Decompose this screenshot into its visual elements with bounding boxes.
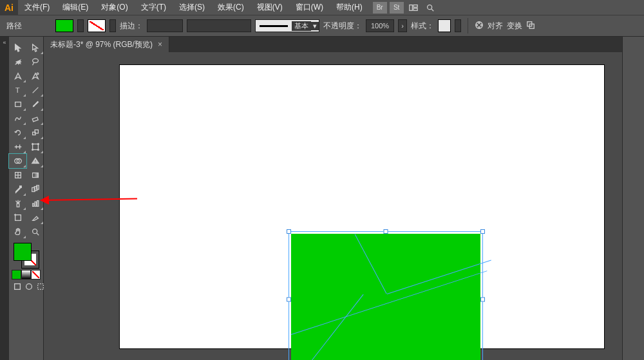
color-mode-row [12,270,41,279]
svg-point-43 [32,229,37,234]
variable-width-profile[interactable] [187,19,251,32]
svg-rect-21 [32,144,38,150]
svg-rect-45 [15,284,21,290]
svg-text:T: T [15,86,19,94]
svg-rect-35 [36,185,39,189]
color-mode-none[interactable] [31,270,41,279]
menu-window[interactable]: 窗口(W) [289,0,330,15]
svg-rect-17 [15,102,21,107]
scale-tool[interactable] [26,126,44,140]
gradient-tool[interactable] [26,168,44,182]
svg-rect-38 [35,202,36,206]
document-workspace: 未标题-3* @ 97% (RGB/预览) × [44,37,622,360]
svg-line-44 [36,233,39,236]
style-label: 样式： [411,21,434,32]
stock-button[interactable]: St [390,2,404,14]
menu-type[interactable]: 文字(T) [135,0,173,15]
draw-normal-icon[interactable] [13,282,22,293]
draw-behind-icon[interactable] [24,282,33,293]
selection-tool[interactable] [9,41,26,55]
align-button[interactable]: 对齐 [488,21,503,32]
paintbrush-tool[interactable] [26,97,44,111]
svg-rect-31 [32,173,38,178]
svg-rect-39 [37,201,38,207]
brush-definition[interactable]: 基本 ▾ [255,19,319,32]
transform-button[interactable]: 变换 [507,21,522,32]
svg-point-5 [476,21,483,28]
right-panel-collapsed[interactable] [622,37,644,360]
lasso-tool[interactable] [26,55,44,69]
stroke-swatch[interactable] [88,19,106,32]
isolate-icon[interactable] [526,21,535,32]
search-icon[interactable] [423,2,437,14]
opacity-field[interactable]: 100% [366,19,394,32]
opacity-label: 不透明度： [323,21,362,32]
curvature-tool[interactable] [26,69,44,83]
svg-rect-18 [32,117,38,122]
zoom-tool[interactable] [26,225,44,239]
stroke-weight-label: 描边： [120,21,143,32]
svg-point-13 [32,59,38,62]
bridge-button[interactable]: Br [373,2,387,14]
document-tab-bar: 未标题-3* @ 97% (RGB/预览) × [44,37,622,52]
svg-point-8 [478,26,480,28]
stroke-dropdown[interactable] [109,19,116,32]
rectangle-tool[interactable] [9,97,26,111]
line-segment-tool[interactable] [26,83,44,97]
slice-tool[interactable] [26,211,44,225]
fill-swatch[interactable] [55,19,73,32]
blend-tool[interactable] [26,182,44,196]
fill-stroke-control[interactable] [14,243,39,269]
color-mode-gradient[interactable] [21,270,31,279]
svg-point-46 [26,284,32,290]
menu-effect[interactable]: 效果(C) [211,0,251,15]
hand-tool[interactable] [9,225,26,239]
perspective-grid-tool[interactable] [26,154,44,168]
shape-builder-tool[interactable] [9,154,26,168]
svg-rect-32 [19,186,21,188]
graphic-style-swatch[interactable] [438,19,451,32]
pen-tool[interactable] [9,69,26,83]
left-panel-collapse[interactable]: « [0,37,9,360]
eraser-tool[interactable] [26,111,44,126]
eyedropper-tool[interactable] [9,182,26,196]
green-rectangle-shape[interactable] [291,234,480,360]
artboard-tool[interactable] [9,211,26,225]
color-mode-solid[interactable] [12,270,21,279]
svg-rect-47 [38,284,44,290]
free-transform-tool[interactable] [26,140,44,154]
document-tab[interactable]: 未标题-3* @ 97% (RGB/预览) × [44,37,169,52]
svg-point-3 [427,5,431,9]
symbol-sprayer-tool[interactable] [9,196,26,211]
fill-color-icon[interactable] [14,243,32,261]
close-tab-icon[interactable]: × [158,40,162,49]
rotate-tool[interactable] [9,126,26,140]
menu-help[interactable]: 帮助(H) [330,0,369,15]
svg-rect-40 [15,215,21,221]
column-graph-tool[interactable] [26,196,44,211]
menu-file[interactable]: 文件(F) [18,0,56,15]
svg-point-7 [480,24,482,25]
fill-dropdown[interactable] [77,19,84,32]
control-bar: 路径 描边： 基本 ▾ 不透明度： 100% › 样式： 对齐 变换 [0,15,644,37]
recolor-artwork-icon[interactable] [475,21,484,32]
mesh-tool[interactable] [9,168,26,182]
menu-select[interactable]: 选择(S) [173,0,211,15]
selection-type-label: 路径 [6,21,22,32]
svg-point-14 [37,73,39,75]
menu-edit[interactable]: 编辑(E) [56,0,95,15]
opacity-dropdown[interactable]: › [398,19,407,32]
graphic-style-dropdown[interactable] [455,19,461,32]
svg-rect-0 [410,5,412,10]
svg-line-4 [431,8,433,11]
workspace-switcher-icon[interactable] [406,2,421,14]
menu-object[interactable]: 对象(O) [95,0,134,15]
canvas[interactable] [44,52,622,360]
direct-selection-tool[interactable] [26,41,44,55]
magic-wand-tool[interactable] [9,55,26,69]
shaper-tool[interactable] [9,111,26,126]
width-tool[interactable] [9,140,26,154]
stroke-weight-field[interactable] [147,19,183,32]
menu-view[interactable]: 视图(V) [251,0,289,15]
type-tool[interactable]: T [9,83,26,97]
